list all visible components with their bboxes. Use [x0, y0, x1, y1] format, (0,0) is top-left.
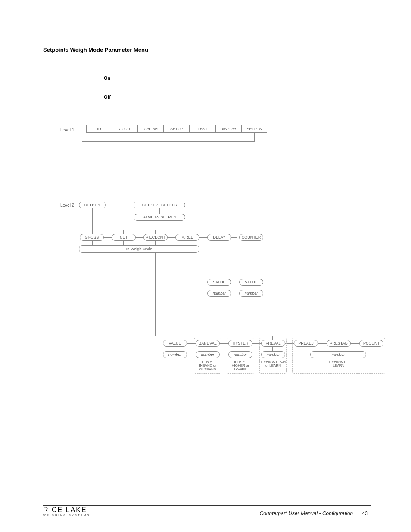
node-value-delay: VALUE [207, 279, 231, 286]
node-in-weigh-mode: In Weigh Mode [79, 245, 199, 253]
node-piececnt: PIECECNT [143, 234, 168, 241]
connector-line [155, 253, 156, 336]
logo-sub-text: WEIGHING SYSTEMS [43, 514, 90, 516]
footer-rule [43, 505, 371, 506]
node-net: NET [112, 234, 136, 241]
menu-setpts: SETPTS [241, 125, 267, 133]
menu-display: DISPLAY [215, 125, 241, 133]
page-heading: Setpoints Weigh Mode Parameter Menu [43, 47, 148, 53]
logo-main-text: RICE LAKE [43, 506, 90, 514]
footer-doc-title: Counterpart User Manual - Configuration [260, 510, 353, 516]
node-setpt1: SETPT 1 [79, 202, 106, 208]
menu-id: ID [86, 125, 112, 133]
cond-trip-hl: If TRIP= HIGHER or LOWER [227, 360, 253, 371]
connector-line [92, 230, 250, 230]
connector-line [254, 133, 255, 141]
node-delay: DELAY [207, 234, 231, 241]
connector-line [92, 208, 93, 230]
menu-setup: SETUP [164, 125, 190, 133]
connector-line [155, 241, 156, 245]
node-prel: %REL [175, 234, 199, 241]
level1-label: Level 1 [60, 128, 74, 132]
node-value-weigh: VALUE [163, 340, 187, 347]
connector-line [174, 336, 174, 340]
menu-test: TEST [190, 125, 215, 133]
cond-preact-learn: If PREACT = LEARN [326, 360, 352, 367]
cond-trip-band: If TRIP= INBAND or OUTBAND [195, 360, 221, 371]
menu-audit: AUDIT [112, 125, 138, 133]
node-value-counter: VALUE [239, 279, 263, 286]
connector-line [123, 241, 124, 245]
connector-line [250, 286, 250, 290]
node-number-counter: number [239, 290, 263, 297]
node-number-value: number [163, 351, 187, 358]
toggle-on: On [104, 75, 110, 81]
node-number-delay: number [207, 290, 231, 297]
group-preact-learn [292, 338, 385, 374]
footer-text: Counterpart User Manual - Configuration … [260, 510, 368, 516]
group-preact-onlearn [259, 338, 287, 374]
menu-calibr: CALIBR [138, 125, 164, 133]
connector-line [187, 241, 187, 245]
connector-line [159, 208, 160, 214]
node-same-as-setpt1: SAME AS SETPT 1 [134, 214, 185, 221]
node-counter: COUNTER [239, 234, 263, 241]
connector-line [218, 286, 218, 290]
level2-label: Level 2 [60, 203, 74, 208]
connector-line [155, 336, 371, 336]
node-setpt2-6: SETPT 2 - SETPT 6 [134, 202, 185, 208]
connector-line [250, 241, 250, 279]
connector-line [82, 141, 82, 202]
connector-line [92, 241, 93, 245]
page-number: 43 [362, 510, 368, 516]
connector-line [218, 241, 218, 279]
node-gross: GROSS [80, 234, 104, 241]
connector-line [82, 141, 255, 142]
connector-line [174, 347, 174, 351]
footer-logo: RICE LAKE WEIGHING SYSTEMS [43, 506, 90, 516]
toggle-off: Off [104, 94, 111, 100]
cond-preact-onlearn: If PREACT= ON or LEARN [260, 360, 286, 367]
